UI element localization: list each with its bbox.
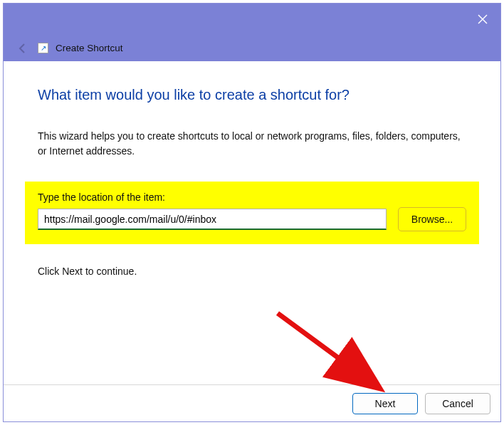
wizard-heading: What item would you like to create a sho… xyxy=(38,87,466,103)
create-shortcut-wizard: Create Shortcut What item would you like… xyxy=(3,3,501,422)
titlebar-main: Create Shortcut xyxy=(4,35,500,61)
window-title: Create Shortcut xyxy=(56,43,123,53)
browse-button[interactable]: Browse... xyxy=(398,207,466,231)
titlebar-upper xyxy=(4,4,500,35)
continue-hint: Click Next to continue. xyxy=(38,266,466,277)
location-highlight-block: Type the location of the item: Browse... xyxy=(25,182,479,244)
close-icon[interactable] xyxy=(478,14,488,24)
wizard-content: What item would you like to create a sho… xyxy=(4,61,500,384)
shortcut-icon xyxy=(38,43,48,53)
location-label: Type the location of the item: xyxy=(38,191,466,203)
back-arrow-icon xyxy=(16,42,29,55)
wizard-intro-text: This wizard helps you to create shortcut… xyxy=(38,129,466,159)
next-button[interactable]: Next xyxy=(352,393,418,414)
wizard-footer: Next Cancel xyxy=(4,384,500,421)
cancel-button[interactable]: Cancel xyxy=(425,393,490,414)
location-input-row: Browse... xyxy=(38,207,466,231)
location-input[interactable] xyxy=(38,209,387,230)
